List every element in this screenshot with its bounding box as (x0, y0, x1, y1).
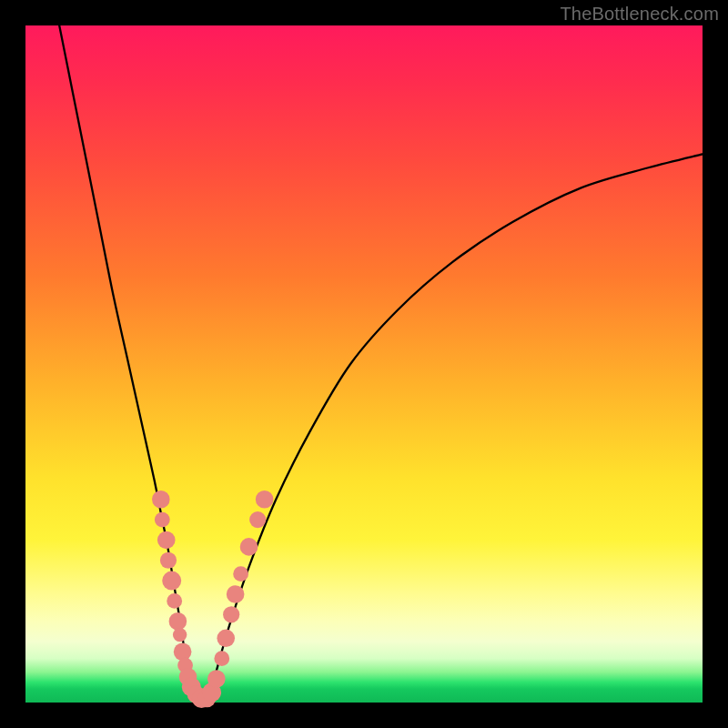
data-marker (217, 630, 235, 648)
chart-container: TheBottleneck.com (0, 0, 728, 728)
watermark-text: TheBottleneck.com (560, 4, 719, 25)
data-marker (214, 651, 229, 666)
data-marker (233, 566, 248, 581)
data-marker (155, 512, 170, 528)
data-marker (223, 606, 239, 622)
data-marker (169, 612, 187, 631)
data-marker (174, 642, 192, 661)
data-marker (157, 531, 176, 550)
curve-path (59, 25, 703, 703)
data-marker (162, 571, 181, 591)
data-marker (207, 670, 226, 688)
data-marker (167, 593, 182, 609)
bottleneck-curve (25, 25, 703, 703)
data-marker (152, 490, 170, 509)
data-marker (173, 628, 187, 642)
data-marker (256, 490, 274, 509)
plot-area (25, 25, 703, 703)
data-marker (240, 538, 258, 556)
data-marker (249, 511, 266, 528)
data-marker (227, 585, 245, 603)
data-marker (160, 552, 177, 569)
data-markers (152, 490, 273, 708)
